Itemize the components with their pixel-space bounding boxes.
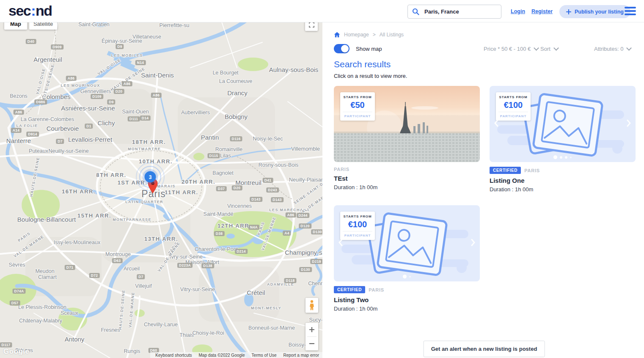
zoom-in-button[interactable] (305, 323, 318, 336)
plus-icon (309, 327, 315, 333)
map-graphics (0, 17, 322, 358)
carousel-prev-button[interactable] (339, 239, 343, 248)
zoom-control (305, 323, 318, 350)
listing-card[interactable]: STARTS FROM €100 PARTICIPANT CERTIFIED P… (334, 205, 480, 312)
chevron-left-icon (339, 239, 343, 246)
zoom-out-button[interactable] (305, 337, 318, 350)
listing-location: PARIS (369, 287, 384, 292)
certified-badge: CERTIFIED (334, 286, 365, 293)
price-filter-dropdown[interactable]: Price * 50 € - 100 € (484, 46, 538, 52)
filters-toolbar: Show map Price * 50 € - 100 € Sort Attri… (334, 44, 633, 54)
search-icon (412, 8, 419, 15)
starts-from-label: STARTS FROM (498, 95, 528, 99)
starts-from-label: STARTS FROM (343, 215, 372, 218)
price-value: €100 (343, 220, 372, 229)
starts-from-label: STARTS FROM (343, 95, 372, 99)
listing-card[interactable]: STARTS FROM €100 PARTICIPANT CERTIFIED P… (490, 86, 636, 193)
logo-colon: : (31, 3, 35, 19)
carousel-next-button[interactable] (471, 239, 475, 248)
carousel-prev-button[interactable] (494, 119, 498, 129)
chevron-down-icon (534, 45, 539, 51)
app-logo[interactable]: sec:nd (8, 3, 52, 19)
minus-icon (309, 341, 315, 347)
plus-icon (566, 9, 571, 14)
chevron-down-icon (553, 45, 559, 51)
location-search-box[interactable] (407, 5, 501, 19)
sort-dropdown[interactable]: Sort (540, 46, 558, 52)
carousel-dot[interactable] (403, 275, 407, 278)
pegman-icon (309, 300, 315, 311)
attributes-label: Attributes: 0 (594, 46, 623, 52)
carousel-dots[interactable] (490, 155, 636, 159)
logo-text: sec (8, 3, 30, 19)
listing-location: PARIS (334, 167, 350, 172)
carousel-dot[interactable] (565, 156, 567, 159)
carousel-dots[interactable] (334, 275, 480, 278)
price-unit-label: PARTICIPANT (343, 112, 372, 118)
listing-duration: Duration : 1h 00m (334, 306, 480, 312)
carousel-dot[interactable] (560, 156, 562, 159)
listing-title[interactable]: Listing One (490, 177, 636, 184)
listing-title[interactable]: TEst (334, 175, 480, 182)
new-listing-alert-button[interactable]: Get an alert when a new listing is poste… (424, 341, 545, 357)
breadcrumb-current[interactable]: All Listings (380, 32, 404, 38)
map-cluster-marker[interactable]: 3 (145, 171, 156, 183)
listing-duration: Duration : 1h 00m (490, 186, 636, 193)
price-badge: STARTS FROM €100 PARTICIPANT (496, 92, 531, 121)
sort-label: Sort (540, 46, 550, 52)
top-header: sec:nd Login Register Publish your listi… (0, 0, 644, 22)
show-map-toggle[interactable] (334, 44, 350, 53)
pegman-button[interactable] (305, 298, 318, 313)
chevron-down-icon (627, 45, 632, 51)
breadcrumb: Homepage > All Listings (334, 32, 404, 38)
breadcrumb-homepage[interactable]: Homepage (344, 32, 369, 38)
price-unit-label: PARTICIPANT (343, 231, 372, 237)
price-filter-label: Price * 50 € - 100 € (484, 46, 531, 52)
results-panel: Homepage > All Listings Show map Price *… (322, 22, 644, 358)
price-badge: STARTS FROM €50 PARTICIPANT (340, 92, 375, 121)
hamburger-menu-icon[interactable] (625, 7, 636, 15)
listing-location: PARIS (524, 168, 540, 173)
show-map-label: Show map (356, 46, 382, 52)
results-hint: Click on a result to view more. (334, 73, 407, 79)
home-icon (334, 32, 340, 38)
price-value: €50 (343, 100, 372, 110)
carousel-dot[interactable] (553, 155, 557, 159)
logo-text: nd (36, 3, 52, 19)
listing-title[interactable]: Listing Two (334, 296, 480, 303)
report-map-error-link[interactable]: Report a map error (283, 353, 319, 358)
attributes-dropdown[interactable]: Attributes: 0 (594, 46, 631, 52)
register-link[interactable]: Register (531, 8, 553, 14)
terms-of-use-link[interactable]: Terms of Use (252, 353, 277, 358)
keyboard-shortcuts-link[interactable]: Keyboard shortcuts (155, 353, 192, 358)
listings-grid: STARTS FROM €50 PARTICIPANT PARIS TEst D… (334, 86, 636, 312)
carousel-dot[interactable] (409, 276, 411, 278)
chevron-left-icon (494, 119, 498, 127)
carousel-dot[interactable] (570, 157, 572, 158)
listing-duration: Duration : 1h 00m (334, 184, 480, 190)
chevron-right-icon (471, 239, 475, 246)
chevron-right-icon (627, 119, 631, 127)
publish-listing-button[interactable]: Publish your listing (559, 5, 630, 18)
map-data-text: Map data ©2022 Google (198, 353, 245, 358)
price-unit-label: PARTICIPANT (498, 112, 528, 118)
listing-card[interactable]: STARTS FROM €50 PARTICIPANT PARIS TEst D… (334, 86, 480, 193)
price-value: €100 (498, 100, 528, 110)
map-attribution: Keyboard shortcuts Map data ©2022 Google… (150, 352, 322, 358)
price-badge: STARTS FROM €100 PARTICIPANT (340, 212, 375, 240)
login-link[interactable]: Login (511, 8, 525, 14)
listing-photo[interactable]: STARTS FROM €50 PARTICIPANT (334, 86, 480, 162)
listing-photo[interactable]: STARTS FROM €100 PARTICIPANT (334, 205, 480, 281)
breadcrumb-separator: > (373, 32, 376, 38)
map-canvas[interactable]: Saint-GratienPierrefitte-suVilletaneuseÉ… (0, 17, 322, 358)
search-input[interactable] (424, 8, 493, 15)
page-title: Search results (334, 59, 391, 69)
listing-photo[interactable]: STARTS FROM €100 PARTICIPANT (490, 86, 636, 162)
publish-label: Publish your listing (575, 9, 624, 15)
certified-badge: CERTIFIED (490, 167, 521, 174)
carousel-next-button[interactable] (627, 119, 631, 129)
